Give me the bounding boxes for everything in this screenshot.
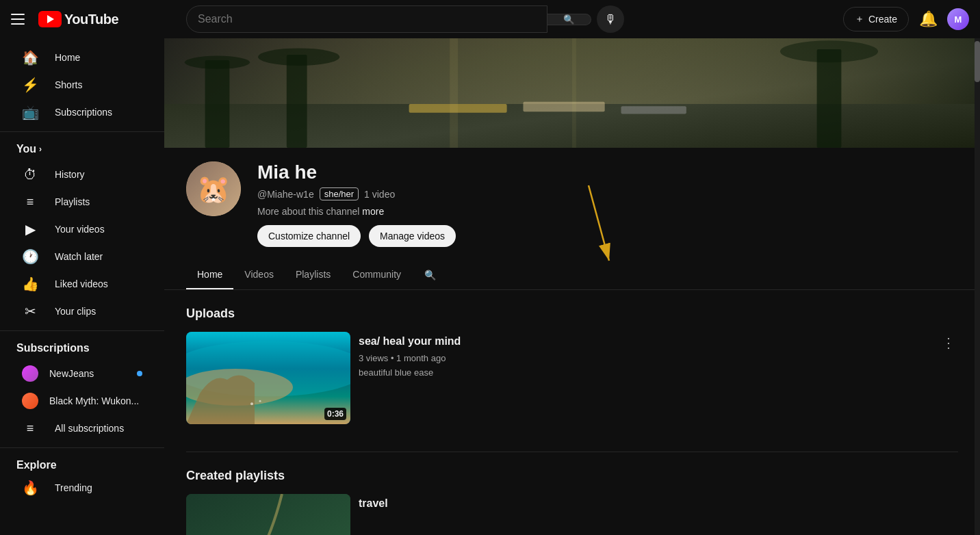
scrollbar-track: [975, 38, 980, 535]
banner-image: [164, 38, 980, 148]
channel-avatar-image: 🐹: [186, 161, 241, 216]
playlist-info: travel: [359, 494, 958, 535]
svg-point-19: [259, 400, 261, 402]
bell-icon: 🔔: [919, 10, 938, 28]
main-content: 🐹 Mia he @Miahe-w1e she/her 1 video More…: [164, 38, 980, 535]
create-button[interactable]: ＋ Create: [843, 7, 909, 31]
uploads-title: Uploads: [186, 306, 958, 321]
channel-actions: Customize channel Manage videos: [257, 225, 958, 247]
shorts-icon: ⚡: [22, 77, 38, 93]
tab-search-button[interactable]: 🔍: [417, 263, 442, 287]
sidebar-item-all-subscriptions[interactable]: ≡ All subscriptions: [5, 415, 159, 442]
playlist-item: travel: [186, 494, 958, 535]
sidebar: 🏠 Home ⚡ Shorts 📺 Subscriptions You › ⏱ …: [0, 38, 164, 535]
channel-details: Mia he @Miahe-w1e she/her 1 video More a…: [257, 161, 958, 247]
youtube-logo[interactable]: YouTube: [38, 11, 118, 27]
more-link[interactable]: more: [362, 206, 384, 217]
customize-channel-button[interactable]: Customize channel: [257, 225, 361, 247]
liked-videos-icon: 👍: [22, 276, 38, 292]
video-more-button[interactable]: ⋮: [939, 332, 958, 424]
sidebar-item-subscriptions[interactable]: 📺 Subscriptions: [5, 99, 159, 126]
sidebar-item-newjeans[interactable]: NewJeans: [5, 360, 159, 387]
search-bar: [186, 5, 547, 33]
sidebar-item-watch-later[interactable]: 🕐 Watch later: [5, 243, 159, 270]
your-videos-icon: ▶: [22, 221, 38, 237]
sidebar-item-playlists[interactable]: ≡ Playlists: [5, 188, 159, 216]
sidebar-item-trending[interactable]: 🔥 Trending: [5, 474, 159, 501]
video-count: 1 video: [364, 189, 395, 200]
svg-rect-12: [572, 38, 576, 148]
sidebar-item-label: Subscriptions: [55, 107, 112, 118]
create-label: Create: [868, 14, 897, 25]
mic-icon: 🎙: [604, 12, 617, 27]
tab-videos[interactable]: Videos: [233, 261, 285, 289]
sidebar-item-label: Home: [55, 52, 80, 63]
channel-banner: [164, 38, 980, 148]
sidebar-item-shorts[interactable]: ⚡ Shorts: [5, 71, 159, 99]
home-icon: 🏠: [22, 49, 38, 66]
sidebar-item-label: Liked videos: [55, 278, 108, 289]
video-thumbnail[interactable]: 0:36: [186, 332, 350, 424]
sidebar-item-label: NewJeans: [49, 368, 94, 379]
search-icon: 🔍: [563, 14, 575, 25]
you-section-title[interactable]: You ›: [0, 138, 164, 161]
manage-videos-button[interactable]: Manage videos: [369, 225, 456, 247]
trending-icon: 🔥: [22, 480, 38, 496]
channel-meta: @Miahe-w1e she/her 1 video: [257, 187, 958, 200]
video-title: sea/ heal your mind: [359, 335, 931, 349]
header-left: YouTube: [11, 11, 175, 27]
newjeans-avatar: [22, 365, 38, 382]
channel-avatar[interactable]: 🐹: [186, 161, 241, 216]
search-input[interactable]: [187, 6, 547, 32]
menu-button[interactable]: [11, 11, 27, 27]
sidebar-item-blackmyth[interactable]: Black Myth: Wukon...: [5, 387, 159, 415]
svg-point-3: [185, 56, 250, 69]
sidebar-item-label: History: [55, 169, 85, 180]
playlists-section: Created playlists: [164, 452, 980, 535]
all-subs-icon: ≡: [22, 420, 38, 436]
playlist-thumbnail[interactable]: [186, 494, 350, 535]
video-description: beautiful blue ease: [359, 367, 931, 378]
your-clips-icon: ✂: [22, 303, 38, 319]
svg-rect-11: [450, 38, 458, 148]
tab-home[interactable]: Home: [186, 261, 233, 289]
user-avatar[interactable]: M: [947, 8, 969, 30]
subscriptions-section-title: Subscriptions: [0, 337, 164, 360]
subscriptions-icon: 📺: [22, 104, 38, 120]
svg-point-18: [250, 402, 253, 405]
sidebar-item-home[interactable]: 🏠 Home: [5, 44, 159, 71]
tab-community[interactable]: Community: [341, 261, 412, 289]
video-info: sea/ heal your mind 3 views • 1 month ag…: [359, 332, 931, 424]
video-duration: 0:36: [324, 408, 346, 420]
chevron-right-icon: ›: [39, 144, 42, 154]
sidebar-item-your-videos[interactable]: ▶ Your videos: [5, 216, 159, 243]
svg-rect-4: [287, 55, 307, 148]
tab-playlists[interactable]: Playlists: [285, 261, 341, 289]
sidebar-item-your-clips[interactable]: ✂ Your clips: [5, 298, 159, 325]
svg-rect-9: [523, 102, 604, 112]
playlists-icon: ≡: [22, 194, 38, 210]
scrollbar-thumb[interactable]: [975, 41, 980, 82]
youtube-logo-icon: [38, 11, 62, 27]
sidebar-item-liked-videos[interactable]: 👍 Liked videos: [5, 270, 159, 298]
search-bar-container: 🔍 🎙: [186, 5, 624, 33]
sidebar-item-label: Shorts: [55, 79, 82, 90]
channel-info: 🐹 Mia he @Miahe-w1e she/her 1 video More…: [164, 148, 980, 261]
search-tab-icon: 🔍: [424, 270, 436, 280]
search-button[interactable]: 🔍: [547, 14, 591, 25]
playlist-thumbnail-svg: [186, 494, 350, 535]
mic-button[interactable]: 🎙: [597, 5, 624, 33]
sidebar-item-label: All subscriptions: [55, 423, 124, 434]
channel-tabs: Home Videos Playlists Community 🔍: [164, 261, 980, 290]
pronoun-badge: she/her: [320, 187, 359, 200]
avatar-image: M: [955, 14, 962, 25]
youtube-logo-text: YouTube: [64, 12, 118, 27]
notification-dot: [137, 371, 142, 376]
sidebar-item-label: Your videos: [55, 224, 105, 235]
svg-rect-2: [205, 60, 230, 148]
explore-section-title: Explore: [0, 454, 164, 474]
sidebar-item-history[interactable]: ⏱ History: [5, 161, 159, 188]
notifications-button[interactable]: 🔔: [914, 5, 942, 33]
channel-name: Mia he: [257, 161, 958, 183]
channel-description: More about this channel more: [257, 206, 958, 217]
